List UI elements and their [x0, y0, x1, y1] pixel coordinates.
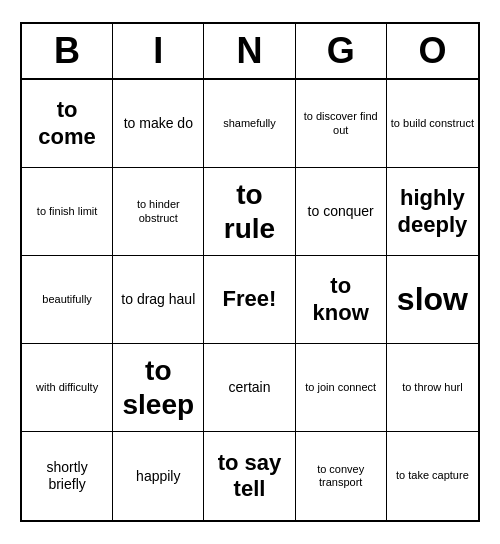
bingo-cell-24[interactable]: to take capture	[387, 432, 478, 520]
bingo-cell-0[interactable]: to come	[22, 80, 113, 168]
bingo-cell-3[interactable]: to discover find out	[296, 80, 387, 168]
header-letter-b: B	[22, 24, 113, 78]
bingo-cell-15[interactable]: with difficulty	[22, 344, 113, 432]
bingo-grid: to cometo make doshamefullyto discover f…	[22, 80, 478, 520]
bingo-cell-13[interactable]: to know	[296, 256, 387, 344]
bingo-cell-11[interactable]: to drag haul	[113, 256, 204, 344]
bingo-cell-8[interactable]: to conquer	[296, 168, 387, 256]
bingo-cell-9[interactable]: highly deeply	[387, 168, 478, 256]
bingo-cell-12[interactable]: Free!	[204, 256, 295, 344]
bingo-cell-4[interactable]: to build construct	[387, 80, 478, 168]
header-letter-n: N	[204, 24, 295, 78]
bingo-card: BINGO to cometo make doshamefullyto disc…	[20, 22, 480, 522]
bingo-cell-1[interactable]: to make do	[113, 80, 204, 168]
bingo-cell-5[interactable]: to finish limit	[22, 168, 113, 256]
bingo-cell-6[interactable]: to hinder obstruct	[113, 168, 204, 256]
bingo-header: BINGO	[22, 24, 478, 80]
bingo-cell-20[interactable]: shortly briefly	[22, 432, 113, 520]
bingo-cell-18[interactable]: to join connect	[296, 344, 387, 432]
bingo-cell-22[interactable]: to say tell	[204, 432, 295, 520]
bingo-cell-17[interactable]: certain	[204, 344, 295, 432]
bingo-cell-10[interactable]: beautifully	[22, 256, 113, 344]
bingo-cell-14[interactable]: slow	[387, 256, 478, 344]
bingo-cell-21[interactable]: happily	[113, 432, 204, 520]
bingo-cell-19[interactable]: to throw hurl	[387, 344, 478, 432]
bingo-cell-16[interactable]: to sleep	[113, 344, 204, 432]
header-letter-i: I	[113, 24, 204, 78]
bingo-cell-7[interactable]: to rule	[204, 168, 295, 256]
bingo-cell-23[interactable]: to convey transport	[296, 432, 387, 520]
bingo-cell-2[interactable]: shamefully	[204, 80, 295, 168]
header-letter-g: G	[296, 24, 387, 78]
header-letter-o: O	[387, 24, 478, 78]
